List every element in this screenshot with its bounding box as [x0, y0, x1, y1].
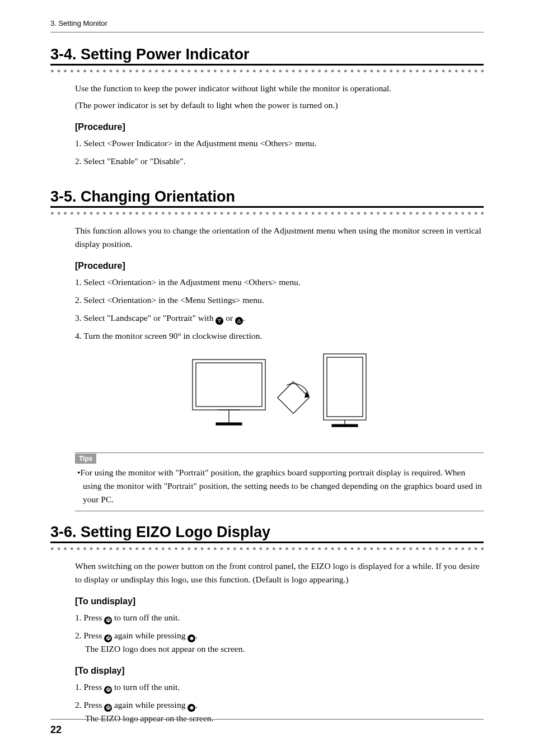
step-text: again while pressing — [112, 700, 188, 710]
para-3-4-1: Use the function to keep the power indic… — [75, 82, 484, 95]
enter-icon: ◉ — [188, 634, 195, 642]
step-undisplay-1: 1. Press ⏻ to turn off the unit. — [75, 611, 484, 624]
svg-rect-4 — [216, 423, 242, 425]
up-icon: △ — [235, 317, 243, 325]
step-text: 1. Press — [75, 682, 104, 692]
para-3-6-1: When switching on the power button on th… — [75, 559, 484, 586]
power-icon: ⏻ — [104, 704, 112, 712]
svg-rect-0 — [193, 360, 265, 410]
down-icon: ▽ — [216, 317, 223, 325]
orientation-diagram — [75, 353, 484, 445]
step-text: 2. Press — [75, 631, 104, 640]
enter-icon: ◉ — [188, 704, 195, 712]
step-display-1: 1. Press ⏻ to turn off the unit. — [75, 680, 484, 694]
step-text: 3. Select "Landscape" or "Portrait" with — [75, 313, 216, 323]
step-3-5-1: 1. Select <Orientation> in the Adjustmen… — [75, 276, 484, 289]
step-3-4-1: 1. Select <Power Indicator> in the Adjus… — [75, 137, 484, 150]
step-3-5-4: 4. Turn the monitor screen 90° in clockw… — [75, 329, 484, 343]
svg-rect-6 — [324, 354, 366, 420]
power-icon: ⏻ — [104, 634, 112, 642]
svg-rect-5 — [278, 382, 310, 414]
procedure-heading-3-5: [Procedure] — [75, 261, 484, 271]
dotted-rule: ●●●●●●●●●●●●●●●●●●●●●●●●●●●●●●●●●●●●●●●●… — [50, 209, 484, 216]
step-text: to turn off the unit. — [112, 613, 180, 622]
dotted-rule: ●●●●●●●●●●●●●●●●●●●●●●●●●●●●●●●●●●●●●●●●… — [50, 545, 484, 552]
step-sub: The EIZO logo does not appear on the scr… — [75, 642, 484, 656]
step-3-4-2: 2. Select "Enable" or "Disable". — [75, 155, 484, 168]
running-header: 3. Setting Monitor — [50, 19, 484, 27]
heading-3-4: 3-4. Setting Power Indicator — [50, 46, 484, 66]
step-text: again while pressing — [112, 631, 188, 640]
step-3-5-3: 3. Select "Landscape" or "Portrait" with… — [75, 311, 484, 325]
step-text: to turn off the unit. — [112, 682, 180, 692]
step-text: . — [243, 313, 245, 323]
svg-rect-7 — [327, 357, 363, 417]
tip-item-1: •For using the monitor with "Portrait" p… — [75, 466, 484, 506]
heading-3-5: 3-5. Changing Orientation — [50, 188, 484, 208]
to-display-heading: [To display] — [75, 666, 484, 676]
procedure-heading-3-4: [Procedure] — [75, 122, 484, 132]
tips-label: Tips — [75, 454, 96, 464]
svg-rect-9 — [332, 424, 358, 427]
page-footer: 22 — [50, 719, 484, 736]
header-rule — [50, 32, 484, 32]
step-text: . — [195, 700, 198, 710]
step-undisplay-2: 2. Press ⏻ again while pressing ◉. The E… — [75, 629, 484, 656]
para-3-4-2: (The power indicator is set by default t… — [75, 99, 484, 112]
step-text: 2. Press — [75, 700, 104, 710]
power-icon: ⏻ — [104, 686, 112, 694]
dotted-rule: ●●●●●●●●●●●●●●●●●●●●●●●●●●●●●●●●●●●●●●●●… — [50, 67, 484, 74]
step-text: or — [223, 313, 235, 323]
para-3-5-1: This function allows you to change the o… — [75, 224, 484, 251]
svg-rect-1 — [196, 363, 262, 407]
step-text: . — [195, 631, 198, 640]
step-3-5-2: 2. Select <Orientation> in the <Menu Set… — [75, 293, 484, 307]
power-icon: ⏻ — [104, 617, 112, 624]
tips-box: Tips •For using the monitor with "Portra… — [75, 452, 484, 511]
heading-3-6: 3-6. Setting EIZO Logo Display — [50, 524, 484, 543]
step-text: 1. Press — [75, 613, 104, 622]
page-number: 22 — [50, 724, 62, 735]
to-undisplay-heading: [To undisplay] — [75, 596, 484, 606]
